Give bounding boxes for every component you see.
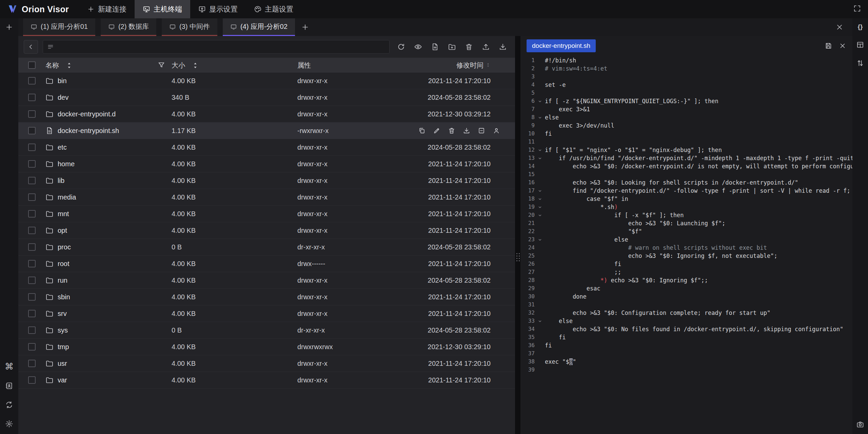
row-checkbox[interactable] (28, 144, 36, 151)
nav-item[interactable]: 显示设置 (190, 0, 246, 18)
fullscreen-icon[interactable] (853, 4, 861, 13)
row-checkbox[interactable] (28, 110, 36, 118)
code-line[interactable]: 9 exec 3>/dev/null (520, 121, 852, 130)
fold-icon[interactable] (535, 211, 545, 219)
row-checkbox[interactable] (28, 77, 36, 84)
brand[interactable]: Orion Visor (0, 4, 79, 14)
code-line[interactable]: 14 echo >&3 "$0: /docker-entrypoint.d/ i… (520, 162, 852, 170)
copy-action-icon[interactable] (418, 127, 426, 134)
nav-item[interactable]: 主题设置 (246, 0, 301, 18)
file-row[interactable]: sys0 Bdr-xr-xr-x2024-05-28 23:58:02 (18, 322, 515, 339)
row-checkbox[interactable] (28, 343, 36, 351)
code-line[interactable]: 1#!/bin/sh (520, 56, 852, 64)
header-name-cell[interactable]: 名称 (45, 61, 172, 70)
code-line[interactable]: 28 *) echo >&3 "$0: Ignoring $f";; (520, 276, 852, 284)
code-line[interactable]: 24 # warn on shell scripts without exec … (520, 244, 852, 252)
fold-icon[interactable] (535, 203, 545, 211)
code-editor[interactable]: 1#!/bin/sh2# vim:sw=4:ts=4:et34set -e56i… (520, 56, 852, 434)
upload-button[interactable] (482, 43, 490, 51)
nav-item[interactable]: 新建连接 (79, 0, 135, 18)
terminal-tab[interactable]: (4) 应用-分析02 (223, 18, 295, 36)
settings-gear-icon[interactable] (5, 420, 13, 428)
row-checkbox[interactable] (28, 260, 36, 267)
file-row[interactable]: tmp4.00 KBdrwxrwxrwx2021-12-30 03:29:10 (18, 339, 515, 355)
filter-icon[interactable] (157, 61, 165, 69)
file-row[interactable]: mnt4.00 KBdrwxr-xr-x2021-11-24 17:20:10 (18, 206, 515, 222)
user-action-icon[interactable] (493, 127, 500, 134)
row-checkbox[interactable] (28, 360, 36, 367)
shortcut-keys-icon[interactable]: ⌘ (5, 362, 14, 371)
code-line[interactable]: 33 else (520, 317, 852, 325)
code-line[interactable]: 3 (520, 73, 852, 81)
row-checkbox[interactable] (28, 376, 36, 384)
code-line[interactable]: 15 (520, 170, 852, 178)
new-file-button[interactable] (431, 43, 439, 51)
screenshot-icon[interactable] (856, 420, 864, 429)
fold-icon[interactable] (535, 146, 545, 154)
code-line[interactable]: 32 echo >&3 "$0: Configuration complete;… (520, 309, 852, 317)
code-line[interactable]: 12if [ "$1" = "nginx" -o "$1" = "nginx-d… (520, 146, 852, 154)
truncate-action-icon[interactable] (478, 127, 485, 134)
address-book-icon[interactable] (5, 382, 13, 390)
code-line[interactable]: 26 fi (520, 260, 852, 268)
code-line[interactable]: 23 else (520, 235, 852, 244)
row-checkbox[interactable] (28, 193, 36, 201)
code-line[interactable]: 37 (520, 350, 852, 358)
row-checkbox[interactable] (28, 243, 36, 251)
new-connection-button[interactable] (5, 23, 13, 31)
row-checkbox[interactable] (28, 326, 36, 334)
code-line[interactable]: 21 echo >&3 "$0: Launching $f"; (520, 219, 852, 227)
refresh-button[interactable] (397, 43, 405, 51)
nav-item[interactable]: 主机终端 (135, 0, 190, 18)
row-checkbox[interactable] (28, 210, 36, 218)
file-row[interactable]: sbin4.00 KBdrwxr-xr-x2021-11-24 17:20:10 (18, 289, 515, 305)
braces-icon[interactable]: {} (858, 23, 863, 31)
code-line[interactable]: 29 esac (520, 284, 852, 293)
close-panel-icon[interactable] (835, 23, 844, 31)
code-line[interactable]: 10fi (520, 130, 852, 138)
file-row[interactable]: bin4.00 KBdrwxr-xr-x2021-11-24 17:20:10 (18, 73, 515, 89)
row-checkbox[interactable] (28, 227, 36, 234)
code-line[interactable]: 36fi (520, 341, 852, 350)
fold-icon[interactable] (535, 154, 545, 162)
sort-time-icon[interactable] (484, 62, 491, 68)
row-checkbox[interactable] (28, 160, 36, 168)
layout-icon[interactable] (856, 41, 864, 49)
code-line[interactable]: 7 exec 3>&1 (520, 105, 852, 113)
code-line[interactable]: 38exec "$@" (520, 358, 852, 366)
fold-icon[interactable] (535, 317, 545, 325)
code-line[interactable]: 39 (520, 366, 852, 374)
terminal-tab[interactable]: (1) 应用-分析01 (23, 18, 95, 36)
file-row[interactable]: opt4.00 KBdrwxr-xr-x2021-11-24 17:20:10 (18, 222, 515, 239)
code-line[interactable]: 27 ;; (520, 268, 852, 276)
file-row[interactable]: var4.00 KBdrwxr-xr-x2021-11-24 17:20:10 (18, 372, 515, 389)
code-line[interactable]: 2# vim:sw=4:ts=4:et (520, 64, 852, 73)
code-line[interactable]: 31 (520, 301, 852, 309)
toggle-hidden-button[interactable] (414, 43, 422, 51)
delete-button[interactable] (465, 43, 473, 51)
path-input[interactable] (43, 40, 390, 54)
code-line[interactable]: 30 done (520, 293, 852, 301)
file-row[interactable]: root4.00 KBdrwx------2021-11-24 17:20:10 (18, 256, 515, 272)
code-line[interactable]: 25 echo >&3 "$0: Ignoring $f, not execut… (520, 252, 852, 260)
row-checkbox[interactable] (28, 177, 36, 184)
code-line[interactable]: 4set -e (520, 81, 852, 89)
code-line[interactable]: 5 (520, 89, 852, 97)
terminal-tab[interactable]: (2) 数据库 (101, 18, 156, 36)
editor-file-tab[interactable]: docker-entrypoint.sh (527, 39, 596, 52)
file-row[interactable]: run4.00 KBdrwxr-xr-x2024-05-28 23:58:02 (18, 272, 515, 289)
row-checkbox[interactable] (28, 310, 36, 317)
sort-size-icon[interactable] (189, 61, 199, 70)
file-row[interactable]: dev340 Bdrwxr-xr-x2024-05-28 23:58:02 (18, 89, 515, 106)
code-line[interactable]: 13 if /usr/bin/find "/docker-entrypoint.… (520, 154, 852, 162)
code-line[interactable]: 20 if [ -x "$f" ]; then (520, 211, 852, 219)
code-line[interactable]: 19 *.sh) (520, 203, 852, 211)
line-spacing-icon[interactable] (856, 59, 864, 67)
row-checkbox[interactable] (28, 293, 36, 301)
code-line[interactable]: 22 "$f" (520, 227, 852, 235)
code-line[interactable]: 18 case "$f" in (520, 195, 852, 203)
download-button[interactable] (499, 43, 507, 51)
code-line[interactable]: 6if [ -z "${NGINX_ENTRYPOINT_QUIET_LOGS:… (520, 97, 852, 105)
back-button[interactable] (24, 40, 38, 54)
file-row[interactable]: media4.00 KBdrwxr-xr-x2021-11-24 17:20:1… (18, 189, 515, 206)
